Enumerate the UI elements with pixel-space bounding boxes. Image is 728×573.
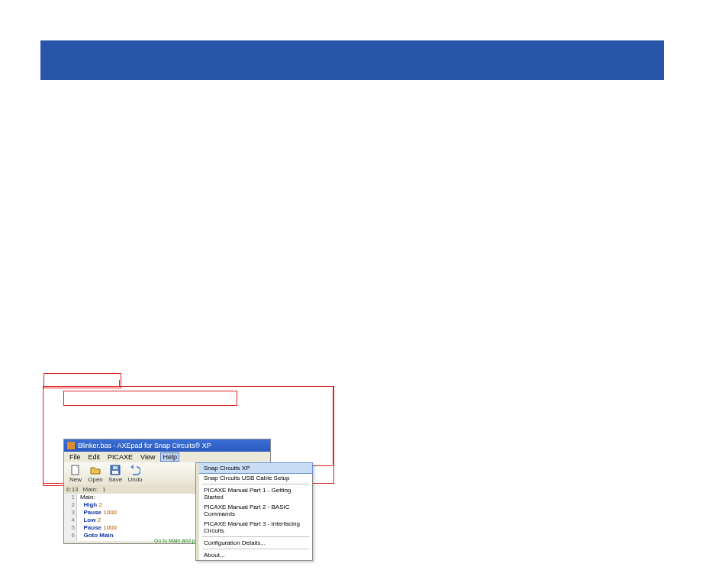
help-manual-3[interactable]: PICAXE Manual Part 3 - Interfacing Circu… [196,519,312,536]
menu-edit[interactable]: Edit [86,453,103,461]
help-snap-circuits-xp[interactable]: Snap Circuits XP [195,462,313,474]
code-kw: Pause [83,524,101,531]
status-label: Main: [83,486,98,493]
line-gutter: 1 2 3 4 5 6 [64,494,77,541]
toolbar-open-label: Open [88,476,103,483]
toolbar-new[interactable]: New [66,463,85,484]
app-window: Blinker.bas - AXEpad for Snap Circuits® … [63,439,271,544]
help-dropdown: Snap Circuits XP Snap Circuits USB Cable… [195,462,313,561]
code-arg: 2 [98,517,101,523]
code-arg: 1000 [103,509,117,516]
line-number: 5 [64,524,75,532]
line-number: 4 [64,517,75,524]
undo-icon [130,465,140,475]
code-arg: 1000 [103,524,117,531]
code-label: Main: [80,494,95,501]
menu-separator [202,484,309,484]
status-indent: 1 [102,486,105,493]
menubar: File Edit PICAXE View Help [64,452,270,462]
status-pos: 6:13 [66,486,79,493]
window-title: Blinker.bas - AXEpad for Snap Circuits® … [78,442,211,449]
help-manual-1[interactable]: PICAXE Manual Part 1 - Getting Started [196,485,312,502]
toolbar-save[interactable]: Save [106,463,124,484]
callout-connector-left-v [43,386,43,485]
help-usb-cable[interactable]: Snap Circuits USB Cable Setup [196,473,312,483]
svg-rect-4 [113,466,118,469]
app-icon [67,442,75,449]
line-number: 1 [64,494,75,501]
code-kw: Pause [83,509,101,516]
titlebar: Blinker.bas - AXEpad for Snap Circuits® … [64,439,270,452]
toolbar-undo[interactable]: Undo [126,463,144,484]
menu-separator [202,549,309,549]
toolbar-new-label: New [69,476,82,483]
code-kw: High [83,501,97,508]
code-kw: Goto Main [83,532,113,539]
line-number: 6 [64,532,75,539]
callout-connector-1 [119,380,120,386]
menu-file[interactable]: File [67,453,83,461]
toolbar-open[interactable]: Open [86,463,105,484]
toolbar-save-label: Save [108,476,122,483]
help-config-details[interactable]: Configuration Details... [196,538,312,548]
menu-picaxe[interactable]: PICAXE [105,453,135,461]
callout-connector-right-v [333,386,333,465]
callout-box-small [43,373,121,388]
line-number: 2 [64,501,75,509]
callout-box-wide [63,391,237,406]
code-kw: Low [83,517,95,523]
svg-marker-5 [130,465,134,469]
open-icon [90,465,101,475]
save-icon [110,465,121,475]
help-about[interactable]: About... [196,550,312,560]
blue-banner [40,40,664,80]
menu-separator [202,536,309,537]
line-number: 3 [64,509,75,517]
code-arg: 2 [98,501,101,508]
menu-view[interactable]: View [138,453,157,461]
menu-help[interactable]: Help [160,452,179,462]
code-text: Main: High 2 Pause 1000 Low 2 Pause 1000… [77,494,117,541]
new-icon [70,465,81,475]
page: Blinker.bas - AXEpad for Snap Circuits® … [0,0,728,573]
help-manual-2[interactable]: PICAXE Manual Part 2 - BASIC Commands [196,502,312,519]
toolbar-undo-label: Undo [127,476,142,483]
svg-rect-3 [112,471,118,474]
menu-gutter [196,463,199,560]
